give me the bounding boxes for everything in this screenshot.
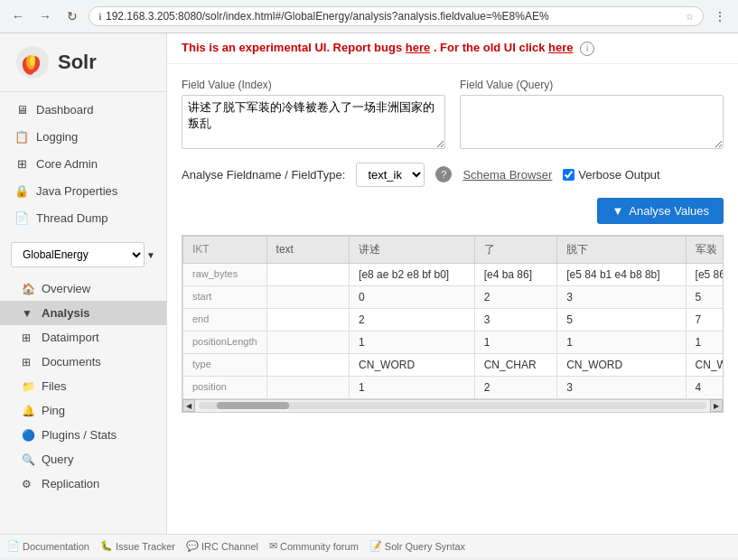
core-nav-label: Query (42, 453, 73, 466)
cell-pos-0 (266, 376, 350, 398)
field-value-index-group: Field Value (Index) (182, 79, 445, 152)
cell-end-2: 3 (474, 308, 557, 331)
table-row-end: end 2 3 5 7 (183, 308, 724, 331)
lock-icon: ℹ (98, 12, 102, 22)
banner-middle-text: . For the old UI click (434, 41, 548, 54)
sidebar-item-label: Dashboard (36, 103, 94, 117)
scroll-right-arrow[interactable]: ▶ (710, 399, 723, 412)
sidebar: Solr 🖥 Dashboard 📋 Logging ⊞ Core Admin … (0, 33, 167, 534)
footer-irc-channel[interactable]: 💬 IRC Channel (186, 540, 258, 552)
core-nav-query[interactable]: 🔍 Query (0, 447, 166, 471)
analyse-values-button[interactable]: ▼ Analyse Values (597, 198, 724, 224)
core-nav: 🏠 Overview ▼ Analysis ⊞ Dataimport ⊞ Doc… (0, 275, 166, 498)
menu-button[interactable]: ⋮ (709, 5, 731, 27)
sidebar-item-thread-dump[interactable]: 📄 Thread Dump (0, 204, 166, 231)
banner-here2-link[interactable]: here (548, 41, 573, 54)
core-nav-overview[interactable]: 🏠 Overview (0, 276, 166, 301)
footer-issue-tracker[interactable]: 🐛 Issue Tracker (100, 540, 175, 552)
cell-poslen-3: 1 (557, 331, 686, 353)
fieldtype-select[interactable]: text_ik (356, 163, 425, 187)
verbose-output-checkbox[interactable] (563, 169, 575, 181)
field-value-index-textarea[interactable] (182, 95, 445, 149)
banner-here1-link[interactable]: here (406, 41, 430, 54)
scroll-left-arrow[interactable]: ◀ (182, 399, 195, 412)
core-nav-label: Dataimport (42, 331, 99, 344)
row-label-start: start (183, 285, 267, 308)
footer-community-forum[interactable]: ✉ Community forum (269, 540, 359, 552)
core-nav-dataimport[interactable]: ⊞ Dataimport (0, 325, 166, 350)
bookmark-icon: ☆ (686, 12, 694, 22)
cell-end-3: 5 (557, 308, 686, 331)
scrollbar-thumb[interactable] (217, 402, 289, 409)
reload-button[interactable]: ↻ (61, 5, 83, 27)
row-label-position-length: positionLength (183, 331, 267, 353)
core-nav-plugins-stats[interactable]: 🔵 Plugins / Stats (0, 423, 166, 447)
info-icon[interactable]: i (580, 42, 594, 56)
banner: This is an experimental UI. Report bugs … (167, 33, 738, 64)
address-bar[interactable]: ℹ 192.168.3.205:8080/solr/index.html#/Gl… (89, 6, 704, 26)
thread-dump-icon: 📄 (14, 210, 29, 225)
core-nav-documents[interactable]: ⊞ Documents (0, 350, 166, 374)
core-selector: GlobalEnergy ▼ (11, 242, 155, 267)
forward-button[interactable]: → (34, 5, 56, 27)
core-nav-analysis[interactable]: ▼ Analysis (0, 301, 166, 325)
field-values-row: Field Value (Index) Field Value (Query) (182, 79, 724, 152)
ping-icon: 🔔 (22, 405, 34, 417)
sidebar-item-java-properties[interactable]: 🔒 Java Properties (0, 177, 166, 204)
field-value-query-group: Field Value (Query) (460, 79, 724, 152)
cell-raw-bytes-1: [e8 ae b2 e8 bf b0] (350, 263, 475, 285)
back-button[interactable]: ← (7, 5, 29, 27)
cell-raw-bytes-0 (266, 263, 350, 285)
col-header-tuoxia: 脱下 (557, 236, 686, 263)
cell-start-1: 0 (350, 285, 475, 308)
analysis-panel: Field Value (Index) Field Value (Query) … (167, 64, 738, 427)
cell-start-4: 5 (686, 285, 724, 308)
documentation-icon: 📄 (7, 540, 20, 552)
browser-chrome: ← → ↻ ℹ 192.168.3.205:8080/solr/index.ht… (0, 0, 738, 33)
footer-solr-query-syntax[interactable]: 📝 Solr Query Syntax (369, 540, 465, 552)
help-icon[interactable]: ? (435, 166, 452, 182)
url-text: 192.168.3.205:8080/solr/index.html#/Glob… (106, 10, 682, 23)
field-value-query-textarea[interactable] (460, 95, 724, 149)
cell-type-3: CN_WORD (557, 353, 686, 376)
cell-start-0 (266, 285, 350, 308)
core-nav-label: Plugins / Stats (42, 428, 117, 442)
logging-icon: 📋 (14, 129, 29, 144)
sidebar-item-dashboard[interactable]: 🖥 Dashboard (0, 96, 166, 123)
core-select-dropdown[interactable]: GlobalEnergy (11, 242, 145, 267)
cell-type-1: CN_WORD (350, 353, 475, 376)
cell-pos-4: 4 (686, 376, 724, 398)
verbose-output-text: Verbose Output (578, 168, 659, 182)
core-nav-replication[interactable]: ⚙ Replication (0, 471, 166, 496)
sidebar-item-logging[interactable]: 📋 Logging (0, 123, 166, 150)
row-label-end: end (183, 308, 267, 331)
irc-icon: 💬 (186, 540, 199, 552)
field-value-query-label: Field Value (Query) (460, 79, 724, 91)
plugins-icon: 🔵 (22, 429, 34, 442)
sidebar-item-core-admin[interactable]: ⊞ Core Admin (0, 150, 166, 177)
sidebar-item-label: Logging (36, 130, 78, 144)
cell-type-0 (266, 353, 350, 376)
col-header-le: 了 (474, 236, 557, 263)
cell-end-4: 7 (686, 308, 724, 331)
cell-poslen-1: 1 (350, 331, 475, 353)
horizontal-scrollbar[interactable]: ◀ ▶ (182, 399, 723, 412)
cell-poslen-0 (266, 331, 350, 353)
cell-type-2: CN_CHAR (474, 353, 557, 376)
issue-tracker-icon: 🐛 (100, 540, 113, 552)
filter-icon: ▼ (612, 204, 623, 218)
replication-icon: ⚙ (22, 478, 34, 490)
cell-raw-bytes-4: [e5 86 9b e8 a3 85] (686, 263, 724, 285)
footer-link-label: Documentation (23, 541, 89, 552)
footer-documentation[interactable]: 📄 Documentation (7, 540, 89, 552)
main-layout: Solr 🖥 Dashboard 📋 Logging ⊞ Core Admin … (0, 33, 738, 534)
core-nav-ping[interactable]: 🔔 Ping (0, 398, 166, 423)
col-header-jingshu: 讲述 (350, 236, 475, 263)
footer-link-label: Community forum (280, 541, 359, 552)
cell-poslen-4: 1 (686, 331, 724, 353)
scrollbar-track (199, 402, 706, 409)
core-nav-files[interactable]: 📁 Files (0, 374, 166, 398)
table-row-type: type CN_WORD CN_CHAR CN_WORD CN_WORD (183, 353, 724, 376)
schema-browser-link[interactable]: Schema Browser (462, 168, 552, 182)
dashboard-icon: 🖥 (14, 102, 29, 117)
